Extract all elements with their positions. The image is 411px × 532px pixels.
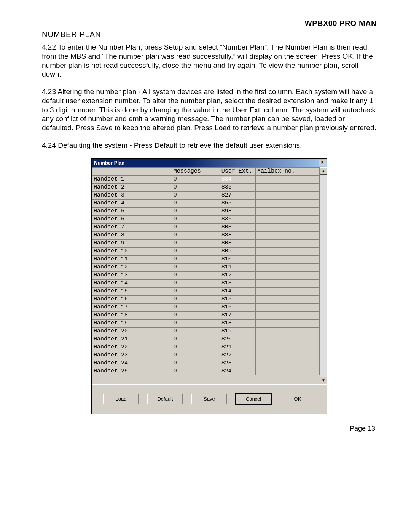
- cell-device[interactable]: Handset 17: [92, 303, 172, 311]
- cell-mailbox[interactable]: –: [256, 183, 320, 191]
- cell-messages[interactable]: 0: [172, 207, 220, 215]
- cell-mailbox[interactable]: –: [256, 295, 320, 303]
- load-button[interactable]: Load: [103, 394, 139, 404]
- cell-user-ext[interactable]: 835: [220, 183, 255, 191]
- cell-user-ext[interactable]: 817: [220, 311, 255, 319]
- cell-messages[interactable]: 0: [172, 303, 220, 311]
- cell-user-ext[interactable]: 813: [220, 279, 255, 287]
- cell-mailbox[interactable]: –: [256, 175, 320, 183]
- cell-mailbox[interactable]: –: [256, 367, 320, 375]
- cell-messages[interactable]: 0: [172, 359, 220, 367]
- cell-messages[interactable]: 0: [172, 287, 220, 295]
- cell-user-ext[interactable]: 811: [220, 263, 255, 271]
- cell-user-ext[interactable]: 810: [220, 255, 255, 263]
- cell-mailbox[interactable]: –: [256, 319, 320, 327]
- cell-device[interactable]: Handset 6: [92, 215, 172, 223]
- cell-mailbox[interactable]: –: [256, 279, 320, 287]
- cell-user-ext[interactable]: 818: [220, 319, 255, 327]
- cell-user-ext[interactable]: 820: [220, 335, 255, 343]
- table-row[interactable]: Handset 230822–: [92, 351, 320, 359]
- cell-messages[interactable]: 0: [172, 311, 220, 319]
- cell-user-ext[interactable]: 898: [220, 207, 255, 215]
- ok-button[interactable]: OK: [280, 394, 315, 404]
- close-icon[interactable]: ✕: [319, 160, 326, 166]
- cell-device[interactable]: Handset 20: [92, 327, 172, 335]
- cell-mailbox[interactable]: –: [256, 207, 320, 215]
- cell-mailbox[interactable]: –: [256, 303, 320, 311]
- cell-user-ext[interactable]: 834: [220, 175, 255, 183]
- cell-messages[interactable]: 0: [172, 327, 220, 335]
- cell-device[interactable]: Handset 15: [92, 287, 172, 295]
- cell-messages[interactable]: 0: [172, 335, 220, 343]
- vertical-scrollbar[interactable]: ▲ ▼: [320, 167, 327, 384]
- table-row[interactable]: Handset 60836–: [92, 215, 320, 223]
- table-row[interactable]: Handset 120811–: [92, 263, 320, 271]
- cancel-button[interactable]: Cancel: [236, 394, 271, 404]
- cell-device[interactable]: Handset 4: [92, 199, 172, 207]
- table-row[interactable]: Handset 70803–: [92, 223, 320, 231]
- cell-messages[interactable]: 0: [172, 191, 220, 199]
- table-row[interactable]: Handset 170816–: [92, 303, 320, 311]
- table-row[interactable]: Handset 10834–: [92, 175, 320, 183]
- cell-mailbox[interactable]: –: [256, 359, 320, 367]
- table-row[interactable]: Handset 160815–: [92, 295, 320, 303]
- table-row[interactable]: Handset 190818–: [92, 319, 320, 327]
- cell-messages[interactable]: 0: [172, 231, 220, 239]
- table-row[interactable]: Handset 220821–: [92, 343, 320, 351]
- cell-device[interactable]: Handset 14: [92, 279, 172, 287]
- cell-user-ext[interactable]: 816: [220, 303, 255, 311]
- cell-user-ext[interactable]: 808: [220, 239, 255, 247]
- cell-device[interactable]: Handset 24: [92, 359, 172, 367]
- save-button[interactable]: Save: [191, 394, 227, 404]
- table-row[interactable]: Handset 30827–: [92, 191, 320, 199]
- cell-mailbox[interactable]: –: [256, 335, 320, 343]
- cell-mailbox[interactable]: –: [256, 287, 320, 295]
- scroll-down-icon[interactable]: ▼: [320, 377, 327, 384]
- cell-device[interactable]: Handset 10: [92, 247, 172, 255]
- cell-messages[interactable]: 0: [172, 215, 220, 223]
- cell-messages[interactable]: 0: [172, 295, 220, 303]
- cell-messages[interactable]: 0: [172, 247, 220, 255]
- table-row[interactable]: Handset 40855–: [92, 199, 320, 207]
- cell-device[interactable]: Handset 8: [92, 231, 172, 239]
- table-row[interactable]: Handset 110810–: [92, 255, 320, 263]
- cell-user-ext[interactable]: 855: [220, 199, 255, 207]
- table-row[interactable]: Handset 100809–: [92, 247, 320, 255]
- cell-messages[interactable]: 0: [172, 279, 220, 287]
- table-row[interactable]: Handset 210820–: [92, 335, 320, 343]
- default-button[interactable]: Default: [147, 394, 183, 404]
- cell-user-ext[interactable]: 824: [220, 367, 255, 375]
- cell-user-ext[interactable]: 823: [220, 359, 255, 367]
- cell-device[interactable]: Handset 16: [92, 295, 172, 303]
- cell-device[interactable]: Handset 5: [92, 207, 172, 215]
- cell-device[interactable]: Handset 9: [92, 239, 172, 247]
- cell-messages[interactable]: 0: [172, 199, 220, 207]
- cell-messages[interactable]: 0: [172, 271, 220, 279]
- cell-messages[interactable]: 0: [172, 343, 220, 351]
- cell-mailbox[interactable]: –: [256, 311, 320, 319]
- table-row[interactable]: Handset 140813–: [92, 279, 320, 287]
- cell-user-ext[interactable]: 809: [220, 247, 255, 255]
- cell-mailbox[interactable]: –: [256, 223, 320, 231]
- cell-messages[interactable]: 0: [172, 255, 220, 263]
- scroll-up-icon[interactable]: ▲: [320, 167, 327, 175]
- cell-mailbox[interactable]: –: [256, 263, 320, 271]
- scroll-track[interactable]: [320, 175, 327, 377]
- cell-device[interactable]: Handset 13: [92, 271, 172, 279]
- cell-user-ext[interactable]: 827: [220, 191, 255, 199]
- cell-device[interactable]: Handset 7: [92, 223, 172, 231]
- cell-messages[interactable]: 0: [172, 183, 220, 191]
- table-row[interactable]: Handset 50898–: [92, 207, 320, 215]
- cell-user-ext[interactable]: 803: [220, 223, 255, 231]
- cell-user-ext[interactable]: 815: [220, 295, 255, 303]
- number-plan-grid[interactable]: Messages User Ext. Mailbox no. Handset 1…: [92, 167, 320, 384]
- cell-mailbox[interactable]: –: [256, 231, 320, 239]
- cell-messages[interactable]: 0: [172, 319, 220, 327]
- cell-messages[interactable]: 0: [172, 263, 220, 271]
- cell-mailbox[interactable]: –: [256, 199, 320, 207]
- table-row[interactable]: Handset 180817–: [92, 311, 320, 319]
- cell-device[interactable]: Handset 11: [92, 255, 172, 263]
- cell-mailbox[interactable]: –: [256, 191, 320, 199]
- cell-messages[interactable]: 0: [172, 175, 220, 183]
- cell-messages[interactable]: 0: [172, 367, 220, 375]
